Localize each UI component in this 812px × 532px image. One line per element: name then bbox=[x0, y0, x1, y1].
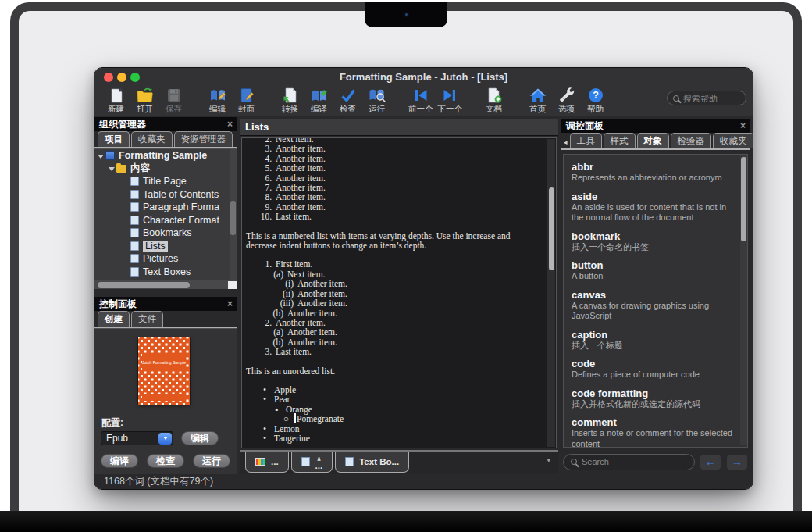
scroll-thumb[interactable] bbox=[98, 282, 190, 288]
forward-arrow-button[interactable] bbox=[726, 454, 748, 470]
resize-corner[interactable] bbox=[228, 281, 237, 289]
list-marker: (a) bbox=[246, 270, 283, 279]
document-tab-1[interactable]: ... bbox=[245, 452, 289, 473]
page-icon bbox=[345, 457, 354, 466]
control-panel-body: Jutoh Formatting Sample 配置: Epub 编 bbox=[94, 328, 237, 475]
tree-item[interactable]: Text Boxes bbox=[94, 266, 237, 279]
edit-config-button[interactable]: 编辑 bbox=[181, 431, 219, 445]
toolbar-options-button[interactable]: 选项 bbox=[554, 87, 579, 115]
main-area: 组织管理器 项目 收藏夹 资源管理器 bbox=[94, 117, 753, 474]
object-entry[interactable]: aside An aside is used for content that … bbox=[572, 191, 739, 223]
list-marker: (ii) bbox=[246, 289, 294, 298]
toolbar-home-button[interactable]: 首页 bbox=[525, 87, 550, 115]
toolbar-run-button[interactable]: 运行 bbox=[365, 87, 389, 115]
tab-styles[interactable]: 样式 bbox=[604, 133, 636, 148]
tab-tools[interactable]: 工具 bbox=[570, 133, 602, 148]
help-search-input[interactable] bbox=[683, 94, 740, 103]
tree-item[interactable]: Title Page bbox=[94, 175, 237, 188]
tab-resources[interactable]: 资源管理器 bbox=[174, 131, 233, 147]
chevron-down-icon[interactable] bbox=[98, 153, 105, 159]
check-button[interactable]: 检查 bbox=[147, 454, 184, 468]
tab-favorites[interactable]: 收藏夹 bbox=[713, 133, 753, 148]
tree-item-icon bbox=[130, 190, 139, 199]
tree-item[interactable]: 内容 bbox=[94, 162, 237, 176]
scroll-thumb[interactable] bbox=[549, 187, 554, 270]
toolbar-cover-button[interactable]: 封面 bbox=[234, 87, 258, 115]
tab-inspector[interactable]: 检验器 bbox=[671, 133, 712, 148]
compile-button[interactable]: 编译 bbox=[101, 454, 138, 468]
object-entry[interactable]: code Defines a piece of computer code bbox=[572, 358, 739, 380]
book-cover-thumbnail[interactable]: Jutoh Formatting Sample bbox=[138, 337, 190, 405]
tree-item[interactable]: Formatting Sample bbox=[94, 149, 237, 162]
document-tab-text-boxes[interactable]: Text Bo... bbox=[335, 452, 409, 473]
object-entry[interactable]: canvas A canvas for drawing graphics usi… bbox=[572, 289, 739, 322]
tree-item[interactable]: Bookmarks bbox=[94, 227, 237, 240]
tree-item[interactable]: Lists bbox=[94, 240, 237, 253]
tab-favorites[interactable]: 收藏夹 bbox=[131, 131, 173, 147]
list-text: Another item. bbox=[297, 279, 347, 288]
chevron-down-icon[interactable] bbox=[109, 166, 116, 171]
palette-search-field[interactable] bbox=[563, 454, 695, 470]
toolbar-new-button[interactable]: 新建 bbox=[104, 87, 128, 115]
toolbar-edit-button[interactable]: 编辑 bbox=[205, 87, 230, 115]
toolbar-compile-button[interactable]: 编译 bbox=[307, 87, 331, 115]
palette-tabs: 工具 样式 对象 检验器 收藏夹 bbox=[561, 133, 750, 148]
toolbar-next-button[interactable]: 下一个 bbox=[438, 87, 463, 115]
title-bar[interactable]: Formatting Sample - Jutoh - [Lists] bbox=[94, 68, 753, 85]
document-scrollbar[interactable] bbox=[547, 139, 555, 447]
compile-book-icon bbox=[310, 87, 329, 104]
toolbar-label: 首页 bbox=[529, 104, 546, 115]
object-entry[interactable]: caption 插入一个标题 bbox=[572, 329, 739, 352]
scroll-thumb[interactable] bbox=[230, 201, 236, 235]
object-entry[interactable]: abbr Represents an abbreviation or acron… bbox=[572, 161, 739, 184]
project-tree[interactable]: Formatting Sample 内容 Title Page bbox=[94, 148, 237, 280]
object-entry[interactable]: bookmark 插入一个命名的书签 bbox=[572, 230, 739, 253]
tree-item-icon bbox=[130, 216, 139, 225]
tab-files[interactable]: 文件 bbox=[131, 311, 163, 327]
tree-item[interactable]: Table of Contents bbox=[94, 188, 237, 202]
help-search-field[interactable] bbox=[667, 91, 746, 105]
document-tab-2[interactable]: ... bbox=[291, 452, 333, 473]
toolbar-previous-button[interactable]: 前一个 bbox=[408, 87, 433, 115]
palette-scrollbar[interactable] bbox=[740, 155, 747, 445]
help-icon: ? bbox=[586, 87, 605, 104]
scroll-thumb[interactable] bbox=[741, 157, 746, 241]
run-button[interactable]: 运行 bbox=[193, 454, 230, 468]
document-content[interactable]: 2.Next item. 3.Another item. 4.Another i… bbox=[242, 138, 547, 448]
tree-item[interactable]: Pictures bbox=[94, 252, 237, 266]
object-entry[interactable]: comment Inserts a note or comment for th… bbox=[572, 416, 739, 448]
toolbar-open-button[interactable]: 打开 bbox=[133, 87, 157, 115]
doc-list-item: (iii)Another item. bbox=[246, 298, 547, 308]
tree-vertical-scrollbar[interactable] bbox=[230, 149, 237, 280]
close-icon[interactable] bbox=[740, 119, 746, 133]
object-entry[interactable]: button A button bbox=[572, 259, 739, 282]
toolbar-save-button[interactable]: 保存 bbox=[162, 87, 186, 115]
config-dropdown[interactable]: Epub bbox=[101, 431, 173, 445]
back-arrow-button[interactable] bbox=[700, 454, 721, 470]
toolbar-help-button[interactable]: ? 帮助 bbox=[583, 87, 607, 115]
close-icon[interactable] bbox=[227, 297, 233, 311]
object-list[interactable]: abbr Represents an abbreviation or acron… bbox=[563, 154, 748, 448]
object-entry[interactable]: code formatting 插入并格式化新的或选定的源代码 bbox=[572, 387, 739, 410]
tree-item-icon bbox=[130, 177, 139, 186]
tree-horizontal-scrollbar[interactable] bbox=[94, 280, 237, 289]
control-panel: 控制面板 创建 文件 Jutoh Formatting Sample bbox=[94, 297, 237, 474]
toolbar-convert-button[interactable]: 转换 bbox=[278, 87, 302, 115]
doc-list-item: (a)Another item. bbox=[246, 327, 547, 337]
tab-create[interactable]: 创建 bbox=[98, 311, 130, 327]
tab-scroll-left-icon[interactable] bbox=[564, 138, 568, 146]
palette-search-input[interactable] bbox=[582, 457, 687, 466]
next-icon bbox=[440, 87, 459, 104]
tree-item[interactable]: Paragraph Forma bbox=[94, 201, 237, 214]
tab-objects[interactable]: 对象 bbox=[637, 133, 669, 148]
toolbar-documents-button[interactable]: 文档 bbox=[482, 87, 506, 115]
object-description: 插入一个命名的书签 bbox=[572, 242, 737, 253]
tree-item[interactable]: Character Format bbox=[94, 214, 237, 227]
doc-list-item: 4.Another item. bbox=[246, 154, 547, 163]
close-icon[interactable] bbox=[227, 117, 233, 131]
document-area[interactable]: 2.Next item. 3.Another item. 4.Another i… bbox=[241, 137, 557, 448]
toolbar-check-button[interactable]: 检查 bbox=[336, 87, 360, 115]
tab-menu-icon[interactable] bbox=[547, 456, 550, 464]
tab-project[interactable]: 项目 bbox=[98, 131, 130, 147]
chevron-down-icon[interactable] bbox=[158, 433, 172, 445]
